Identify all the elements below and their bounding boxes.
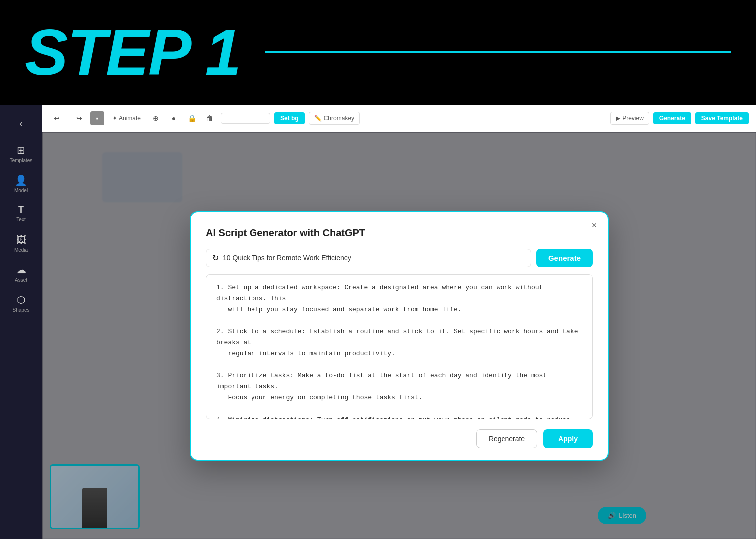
redo-button[interactable]: ↪ (72, 111, 86, 125)
script-topic-input[interactable] (223, 254, 525, 262)
modal-title: AI Script Generator with ChatGPT (206, 227, 593, 239)
undo-button[interactable]: ↩ (50, 111, 64, 125)
templates-icon: ⊞ (17, 144, 25, 156)
step-title: STEP 1 (25, 20, 240, 85)
save-template-button[interactable]: Save Template (695, 112, 749, 124)
toolbar-divider-1 (68, 112, 68, 124)
sidebar-label-shapes: Shapes (13, 307, 30, 313)
animate-label: Animate (119, 115, 141, 122)
redo-icon: ↪ (76, 114, 82, 122)
tool-icon-2[interactable]: ● (167, 111, 181, 125)
sidebar-item-back[interactable]: ‹ (6, 110, 36, 137)
sidebar-label-asset: Asset (15, 277, 27, 283)
square-tool-button[interactable]: ▪ (90, 111, 104, 125)
step-banner: STEP 1 (0, 0, 756, 105)
ai-script-modal: × AI Script Generator with ChatGPT ↻ Gen… (190, 211, 609, 461)
sidebar-label-text: Text (16, 217, 25, 222)
sidebar-label-model: Model (14, 188, 28, 193)
delete-icon: 🗑 (206, 114, 213, 122)
modal-overlay: × AI Script Generator with ChatGPT ↻ Gen… (42, 132, 756, 539)
modal-input-wrap: ↻ (206, 249, 531, 267)
step-line (265, 51, 731, 53)
circle-icon: ● (172, 114, 176, 122)
preview-label: Preview (622, 115, 644, 122)
sidebar-label-media: Media (14, 247, 28, 253)
set-bg-button[interactable]: Set bg (274, 112, 305, 124)
undo-icon: ↩ (54, 114, 60, 122)
refresh-icon: ↻ (212, 253, 219, 263)
tool-icon-3[interactable]: 🔒 (185, 111, 199, 125)
apply-button[interactable]: Apply (543, 429, 593, 448)
sidebar: ‹ ⊞ Templates 👤 Model T Text 🖼 Media ☁ A… (0, 105, 42, 539)
script-text: 1. Set up a dedicated workspace: Create … (216, 282, 582, 419)
editor-area: ‹ ⊞ Templates 👤 Model T Text 🖼 Media ☁ A… (0, 105, 756, 539)
chromakey-icon: ✏️ (314, 115, 322, 122)
asset-icon: ☁ (16, 264, 26, 276)
back-icon: ‹ (19, 118, 23, 129)
sidebar-item-model[interactable]: 👤 Model (6, 170, 36, 197)
chromakey-label: Chromakey (324, 115, 354, 122)
toolbar-search-input[interactable] (221, 113, 270, 124)
play-icon: ▶ (616, 115, 620, 122)
chromakey-button[interactable]: ✏️ Chromakey (309, 112, 360, 125)
script-content-wrap: 1. Set up a dedicated workspace: Create … (206, 274, 593, 419)
modal-footer: Regenerate Apply (206, 429, 593, 448)
generate-button[interactable]: Generate (653, 112, 691, 124)
sidebar-item-media[interactable]: 🖼 Media (6, 230, 36, 257)
animate-button[interactable]: ✦ Animate (108, 113, 145, 124)
tool-icon-4[interactable]: 🗑 (203, 111, 217, 125)
model-icon: 👤 (15, 174, 27, 186)
crop-icon: ⊕ (153, 114, 159, 122)
tool-icon-1[interactable]: ⊕ (149, 111, 163, 125)
modal-close-button[interactable]: × (588, 220, 600, 232)
sidebar-item-shapes[interactable]: ⬡ Shapes (6, 289, 36, 317)
modal-input-row: ↻ Generate (206, 249, 593, 267)
animate-icon: ✦ (112, 115, 117, 122)
sidebar-item-asset[interactable]: ☁ Asset (6, 260, 36, 287)
lock-icon: 🔒 (188, 114, 196, 122)
regenerate-button[interactable]: Regenerate (476, 429, 537, 448)
script-content[interactable]: 1. Set up a dedicated workspace: Create … (206, 275, 592, 419)
toolbar: ↩ ↪ ▪ ✦ Animate ⊕ ● 🔒 🗑 Set bg ✏️ Chroma… (42, 105, 756, 132)
sidebar-item-templates[interactable]: ⊞ Templates (6, 140, 36, 167)
shapes-icon: ⬡ (17, 294, 25, 306)
sidebar-label-templates: Templates (10, 158, 33, 163)
square-icon: ▪ (96, 114, 99, 122)
text-icon: T (18, 205, 24, 215)
sidebar-item-text[interactable]: T Text (6, 200, 36, 227)
modal-generate-button[interactable]: Generate (536, 249, 593, 267)
media-icon: 🖼 (16, 234, 26, 246)
preview-button[interactable]: ▶ Preview (610, 112, 649, 125)
